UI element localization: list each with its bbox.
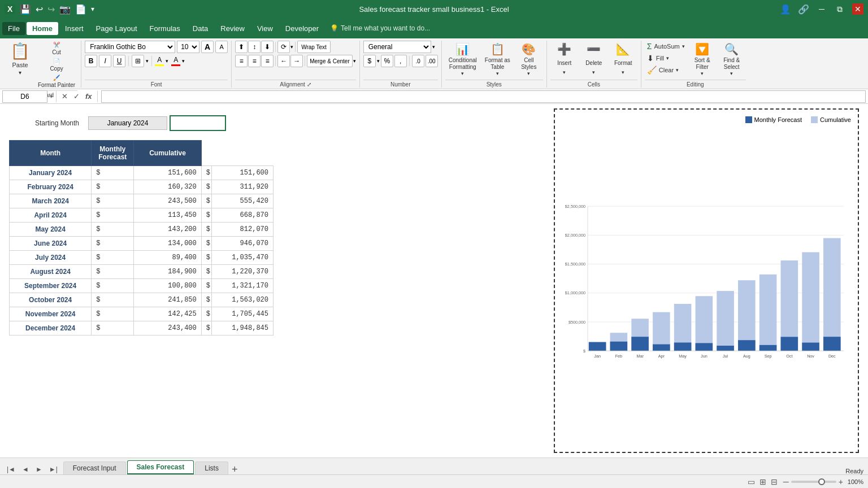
cell-styles-button[interactable]: 🎨 Cell Styles ▾ <box>515 41 543 77</box>
fill-dropdown[interactable]: ▾ <box>666 55 669 61</box>
copy-button[interactable]: 📄 Copy <box>36 57 77 73</box>
camera-icon[interactable]: 📷 <box>59 4 71 15</box>
underline-button[interactable]: U <box>113 55 125 67</box>
comma-button[interactable]: , <box>394 55 407 67</box>
sf-dropdown-icon[interactable]: ▾ <box>701 71 704 76</box>
forecast-value-cell[interactable]: 113,450 <box>134 208 201 223</box>
border-dropdown-icon[interactable]: ▾ <box>146 58 149 64</box>
month-cell[interactable]: July 2024 <box>10 251 92 265</box>
page-break-view-button[interactable]: ⊟ <box>770 476 779 487</box>
cumulative-value-cell[interactable]: 151,600 <box>211 166 273 180</box>
merge-center-button[interactable]: Merge & Center <box>307 55 353 67</box>
undo-icon[interactable]: ↩ <box>36 4 43 15</box>
number-format-select[interactable]: General <box>363 41 431 53</box>
account-icon[interactable]: 👤 <box>780 4 791 15</box>
autosum-button[interactable]: Σ AutoSum ▾ <box>645 41 687 52</box>
cumulative-value-cell[interactable]: 812,070 <box>211 223 273 237</box>
delete-button[interactable]: ➖ Delete ▾ <box>580 41 608 77</box>
formula-input[interactable] <box>101 90 866 103</box>
table-row[interactable]: September 2024 $ 100,800 $ 1,321,170 <box>10 279 274 293</box>
fat-dropdown-icon[interactable]: ▾ <box>496 71 499 76</box>
month-cell[interactable]: April 2024 <box>10 208 92 223</box>
cumulative-value-cell[interactable]: 1,321,170 <box>211 279 273 293</box>
font-color-button[interactable]: A <box>171 56 180 66</box>
confirm-icon[interactable]: ✓ <box>72 92 81 101</box>
function-icon[interactable]: fx <box>84 92 94 101</box>
percent-button[interactable]: % <box>381 55 393 67</box>
increase-decimal-button[interactable]: .0 <box>412 55 424 67</box>
number-format-dropdown[interactable]: ▾ <box>432 44 435 50</box>
month-cell[interactable]: March 2024 <box>10 194 92 208</box>
cumulative-value-cell[interactable]: 1,035,470 <box>211 251 273 265</box>
fill-button[interactable]: ⬇ Fill ▾ <box>645 53 687 64</box>
find-select-button[interactable]: 🔍 Find & Select ▾ <box>718 41 746 77</box>
align-bottom-button[interactable]: ⬇ <box>261 41 274 53</box>
zoom-in-button[interactable]: + <box>839 477 843 486</box>
next-sheet-button[interactable]: ► <box>33 464 45 474</box>
decrease-indent-button[interactable]: ← <box>277 55 290 67</box>
forecast-value-cell[interactable]: 151,600 <box>134 166 201 180</box>
table-row[interactable]: February 2024 $ 160,320 $ 311,920 <box>10 180 274 194</box>
insert-dropdown-icon[interactable]: ▾ <box>563 69 566 75</box>
fs-dropdown-icon[interactable]: ▾ <box>730 71 733 76</box>
align-middle-button[interactable]: ↕ <box>248 41 261 53</box>
align-top-button[interactable]: ⬆ <box>235 41 248 53</box>
cumulative-value-cell[interactable]: 311,920 <box>211 180 273 194</box>
minimize-button[interactable]: ─ <box>816 3 827 15</box>
month-cell[interactable]: August 2024 <box>10 265 92 279</box>
bold-button[interactable]: B <box>85 55 97 67</box>
restore-button[interactable]: ⧉ <box>834 3 845 15</box>
zoom-slider-thumb[interactable] <box>818 478 825 485</box>
table-row[interactable]: October 2024 $ 241,850 $ 1,563,020 <box>10 293 274 307</box>
format-button[interactable]: 📐 Format ▾ <box>609 41 637 77</box>
sort-filter-button[interactable]: 🔽 Sort & Filter ▾ <box>688 41 717 77</box>
table-row[interactable]: November 2024 $ 142,425 $ 1,705,445 <box>10 307 274 321</box>
fill-color-button[interactable]: A <box>155 56 164 66</box>
table-row[interactable]: June 2024 $ 134,000 $ 946,070 <box>10 237 274 251</box>
conditional-formatting-button[interactable]: 📊 Conditional Formatting ▾ <box>445 41 480 77</box>
customize-icon[interactable]: ▾ <box>91 5 94 13</box>
cumulative-value-cell[interactable]: 1,948,845 <box>211 321 273 336</box>
font-color-dropdown[interactable]: ▾ <box>182 58 185 64</box>
forecast-value-cell[interactable]: 143,200 <box>134 223 201 237</box>
table-row[interactable]: August 2024 $ 184,900 $ 1,220,370 <box>10 265 274 279</box>
cancel-icon[interactable]: ✕ <box>60 92 70 101</box>
clear-button[interactable]: 🧹 Clear ▾ <box>645 64 687 76</box>
merge-dropdown-icon[interactable]: ▾ <box>353 58 356 64</box>
table-row[interactable]: April 2024 $ 113,450 $ 668,870 <box>10 208 274 223</box>
tab-forecast-input[interactable]: Forecast Input <box>63 461 126 474</box>
forecast-value-cell[interactable]: 89,400 <box>134 251 201 265</box>
autosum-dropdown[interactable]: ▾ <box>682 43 685 49</box>
save-icon[interactable]: 💾 <box>20 4 31 15</box>
month-cell[interactable]: May 2024 <box>10 223 92 237</box>
menu-file[interactable]: File <box>2 22 25 35</box>
starting-month-value[interactable]: January 2024 <box>88 116 167 130</box>
menu-home[interactable]: Home <box>27 22 58 35</box>
align-center-button[interactable]: ≡ <box>248 55 261 67</box>
fill-color-dropdown[interactable]: ▾ <box>166 58 168 64</box>
month-cell[interactable]: January 2024 <box>10 166 92 180</box>
tell-me-bar[interactable]: 💡 Tell me what you want to do... <box>330 24 430 32</box>
menu-page-layout[interactable]: Page Layout <box>90 22 143 35</box>
italic-button[interactable]: I <box>99 55 111 67</box>
month-cell[interactable]: February 2024 <box>10 180 92 194</box>
cumulative-value-cell[interactable]: 946,070 <box>211 237 273 251</box>
month-cell[interactable]: September 2024 <box>10 279 92 293</box>
month-cell[interactable]: June 2024 <box>10 237 92 251</box>
delete-dropdown-icon[interactable]: ▾ <box>592 69 595 75</box>
close-button[interactable]: ✕ <box>852 3 863 15</box>
paste-dropdown-icon[interactable]: ▾ <box>19 69 21 76</box>
forecast-value-cell[interactable]: 184,900 <box>134 265 201 279</box>
format-dropdown-icon[interactable]: ▾ <box>622 69 624 75</box>
format-as-table-button[interactable]: 📋 Format as Table ▾ <box>481 41 514 77</box>
month-cell[interactable]: November 2024 <box>10 307 92 321</box>
cumulative-value-cell[interactable]: 668,870 <box>211 208 273 223</box>
wrap-text-button[interactable]: Wrap Text <box>297 41 331 53</box>
increase-font-size-button[interactable]: A <box>201 41 214 53</box>
table-row[interactable]: January 2024 $ 151,600 $ 151,600 <box>10 166 274 180</box>
forecast-value-cell[interactable]: 100,800 <box>134 279 201 293</box>
month-cell[interactable]: December 2024 <box>10 321 92 336</box>
tab-lists[interactable]: Lists <box>195 461 228 474</box>
menu-view[interactable]: View <box>251 22 279 35</box>
menu-insert[interactable]: Insert <box>59 22 89 35</box>
